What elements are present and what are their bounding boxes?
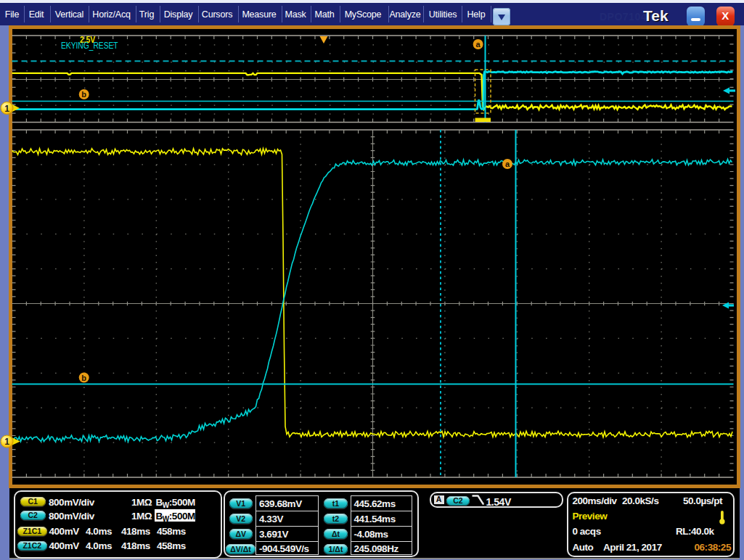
svg-text:1: 1 [4,437,9,447]
svg-text:b: b [81,374,86,382]
svg-text:a: a [476,40,481,49]
svg-text:a: a [505,160,510,168]
svg-text:b: b [81,90,86,99]
svg-text:1: 1 [4,104,9,114]
